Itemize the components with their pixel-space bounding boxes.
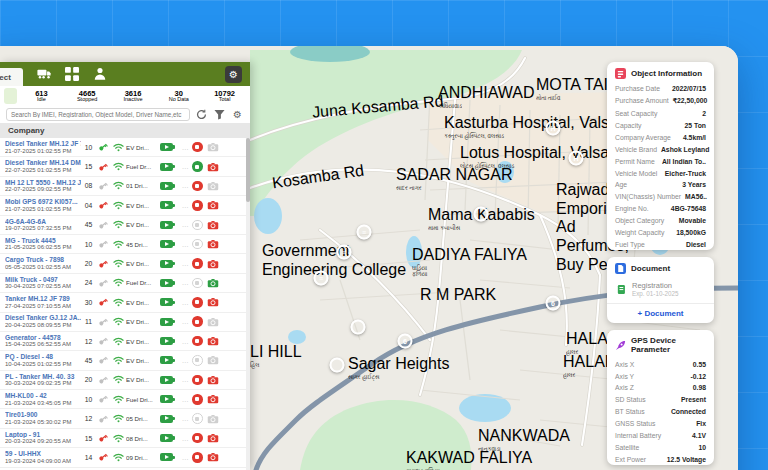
trailer-icon[interactable] bbox=[37, 67, 51, 81]
camera-icon[interactable] bbox=[207, 142, 220, 152]
camera-icon[interactable] bbox=[207, 452, 220, 462]
grid-icon[interactable] bbox=[65, 67, 79, 81]
list-scrollbar[interactable] bbox=[246, 138, 250, 470]
vehicle-name[interactable]: Milk Truck - 0497 bbox=[5, 276, 81, 284]
list-settings-gear-icon[interactable]: ⚙ bbox=[231, 108, 244, 121]
map-marker[interactable]: ≡ bbox=[337, 245, 352, 260]
camera-icon[interactable] bbox=[207, 355, 220, 365]
driver-name: 09 Dri... bbox=[126, 454, 160, 461]
ellipsis-indicator: … bbox=[179, 415, 192, 422]
ellipsis-indicator: … bbox=[179, 454, 192, 461]
vehicle-name[interactable]: Laptop - 91 bbox=[5, 431, 81, 439]
vehicle-row[interactable]: Laptop - 91 20-03-2024 09:20:55 AM 15 08… bbox=[0, 429, 250, 448]
camera-icon[interactable] bbox=[207, 220, 220, 230]
camera-icon[interactable] bbox=[207, 336, 220, 346]
wifi-signal-icon bbox=[110, 356, 126, 365]
camera-icon[interactable] bbox=[207, 297, 220, 307]
camera-icon[interactable] bbox=[207, 414, 220, 424]
vehicle-name[interactable]: Diesel Tanker GJ.12 JA.. bbox=[5, 314, 81, 322]
vehicle-row[interactable]: Milk Truck - 0497 30-04-2025 07:02:55 AM… bbox=[0, 274, 250, 293]
motion-status-icon bbox=[192, 142, 203, 153]
vehicle-meta: Diesel Tanker MH.14 DM... 22-07-2025 01:… bbox=[5, 159, 81, 173]
vehicle-row[interactable]: Tire01-900 21-03-2024 05:30:02 PM 12 05 … bbox=[0, 409, 250, 428]
refresh-icon[interactable] bbox=[195, 108, 208, 121]
camera-icon[interactable] bbox=[207, 433, 220, 443]
stat-chip-partial[interactable] bbox=[4, 88, 17, 104]
vehicle-row[interactable]: MH 12 LT 5550 - MH.12 JF 7... 22-07-2025… bbox=[0, 177, 250, 196]
vehicle-name[interactable]: 59 - UI-HHX bbox=[5, 450, 81, 458]
gps-value: 12.5 Voltage bbox=[667, 456, 706, 463]
vehicle-name[interactable]: Generator - 44578 bbox=[5, 334, 81, 342]
wifi-signal-icon bbox=[110, 240, 126, 249]
vehicle-row[interactable]: Diesel Tanker MH.12 JF 7... 21-07-2025 0… bbox=[0, 138, 250, 157]
stat-chip[interactable]: 613Idle bbox=[20, 88, 63, 104]
camera-icon[interactable] bbox=[207, 375, 220, 385]
search-input[interactable] bbox=[6, 108, 190, 121]
map-marker[interactable]: 6 bbox=[398, 334, 413, 349]
info-value: 25 Ton bbox=[685, 122, 706, 129]
group-header-company[interactable]: Company bbox=[0, 123, 250, 138]
tab-object[interactable]: Object bbox=[0, 68, 23, 86]
map-marker[interactable]: H bbox=[546, 121, 561, 136]
vehicle-list: Diesel Tanker MH.12 JF 7... 21-07-2025 0… bbox=[0, 138, 250, 470]
settings-gear-icon[interactable]: ⚙ bbox=[225, 66, 242, 83]
vehicle-row[interactable]: Generator - 44578 15-04-2025 06:52:55 AM… bbox=[0, 332, 250, 351]
vehicle-row[interactable]: Diesel Tanker MH.14 DM... 22-07-2025 01:… bbox=[0, 157, 250, 176]
vehicle-row[interactable]: Diesel Tanker GJ.12 JA.. 20-04-2025 08:0… bbox=[0, 313, 250, 332]
info-label: Purchase Date bbox=[615, 85, 660, 92]
vehicle-row[interactable]: MG - Truck 4445 21-05-2025 06:02:55 PM 1… bbox=[0, 235, 250, 254]
vehicle-row[interactable]: 4G-6A-4G-6A 19-07-2025 07:32:55 PM 45 EV… bbox=[0, 216, 250, 235]
driver-icon[interactable] bbox=[93, 67, 107, 81]
stat-chip[interactable]: 4665Stopped bbox=[66, 88, 109, 104]
gps-label: GNSS Status bbox=[615, 420, 655, 427]
vehicle-meta: 59 - UI-HHX 19-03-2024 04:09:00 AM bbox=[5, 450, 81, 464]
vehicle-name[interactable]: MH 12 LT 5550 - MH.12 JF 7... bbox=[5, 179, 81, 187]
vehicle-name[interactable]: PL - Tanker MH. 40. 33 bbox=[5, 373, 81, 381]
map-marker[interactable]: ≡ bbox=[314, 271, 329, 286]
vehicle-row[interactable]: 59 - UI-HHX 19-03-2024 04:09:00 AM 14 09… bbox=[0, 448, 250, 467]
vehicle-name[interactable]: 4G-6A-4G-6A bbox=[5, 218, 81, 226]
vehicle-name[interactable]: Tire01-900 bbox=[5, 411, 81, 419]
add-document-button[interactable]: + Document bbox=[607, 303, 714, 323]
vehicle-name[interactable]: Cargo Truck - 7898 bbox=[5, 256, 81, 264]
gps-device-icon bbox=[615, 340, 626, 351]
vehicle-name[interactable]: Diesel Tanker MH.14 DM... bbox=[5, 159, 81, 167]
vehicle-row[interactable]: PL - Tanker MH. 40. 33 30-03-2024 09:02:… bbox=[0, 371, 250, 390]
document-item[interactable]: Registration Exp. 01-10-2025 bbox=[607, 278, 714, 303]
scrollbar-thumb[interactable] bbox=[246, 138, 250, 202]
map-label-text: Kasturba Hospital, Valsad bbox=[444, 114, 627, 131]
gps-parameter-header: GPS Device Parameter bbox=[607, 330, 714, 358]
camera-icon[interactable] bbox=[207, 394, 220, 404]
vehicle-name[interactable]: Diesel Tanker MH.12 JF 7... bbox=[5, 140, 81, 148]
object-information-header: Object Information bbox=[607, 62, 714, 83]
camera-icon[interactable] bbox=[207, 200, 220, 210]
camera-icon[interactable] bbox=[207, 278, 220, 288]
vehicle-timestamp: 21-03-2024 05:30:02 PM bbox=[5, 419, 81, 426]
map-marker[interactable] bbox=[330, 358, 345, 373]
filter-funnel-icon[interactable] bbox=[213, 108, 226, 121]
vehicle-name[interactable]: Mobi GPS 6972 KI057... bbox=[5, 198, 81, 206]
stat-chip[interactable]: 30No Data bbox=[157, 88, 200, 104]
vehicle-name[interactable]: Tanker MH.12 JF 789 bbox=[5, 295, 81, 303]
stat-chip[interactable]: 3616Inactive bbox=[112, 88, 155, 104]
map-marker[interactable]: ≡ bbox=[357, 225, 372, 240]
vehicle-row[interactable]: Tanker MH.12 JF 789 27-04-2025 07:10:55 … bbox=[0, 293, 250, 312]
vehicle-name[interactable]: MH-KL00 - 42 bbox=[5, 392, 81, 400]
map-marker[interactable]: H bbox=[569, 151, 584, 166]
camera-icon[interactable] bbox=[207, 317, 220, 327]
map-marker[interactable] bbox=[351, 320, 366, 335]
vehicle-name[interactable]: MG - Truck 4445 bbox=[5, 237, 81, 245]
camera-icon[interactable] bbox=[207, 239, 220, 249]
vehicle-row[interactable]: Mobi GPS 6972 KI057... 21-07-2025 01:02:… bbox=[0, 196, 250, 215]
map-marker[interactable]: 6 bbox=[546, 296, 561, 311]
camera-icon[interactable] bbox=[207, 181, 220, 191]
stat-chip[interactable]: 10792Total bbox=[203, 88, 246, 104]
map-marker[interactable] bbox=[474, 207, 489, 222]
vehicle-name[interactable]: PQ - Diesel - 48 bbox=[5, 353, 81, 361]
camera-icon[interactable] bbox=[207, 259, 220, 269]
vehicle-row[interactable]: Cargo Truck - 7898 05-05-2025 01:02:55 A… bbox=[0, 254, 250, 273]
vehicle-row[interactable]: PQ - Diesel - 48 10-04-2025 01:02:55 PM … bbox=[0, 351, 250, 370]
vehicle-row[interactable]: MH-KL00 - 42 21-03-2024 03:45:05 PM 10 F… bbox=[0, 390, 250, 409]
map-marker-glyph: H bbox=[550, 125, 555, 132]
camera-icon[interactable] bbox=[207, 162, 220, 172]
